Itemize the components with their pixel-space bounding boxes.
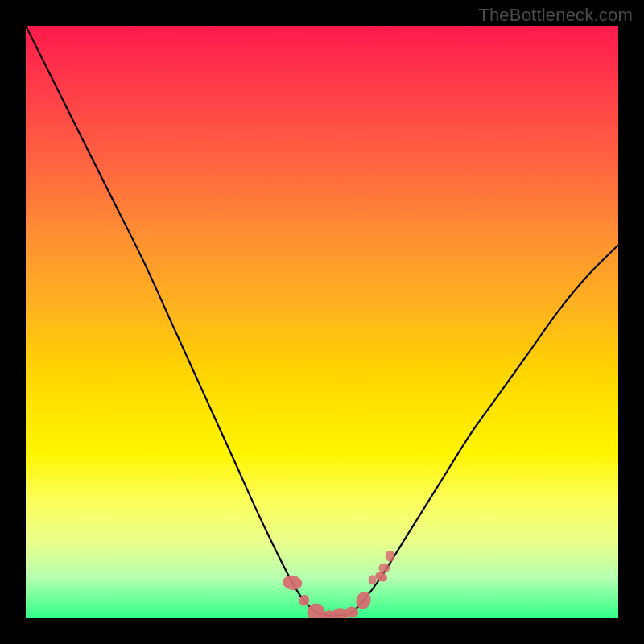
curve-marker — [369, 575, 377, 584]
watermark-text: TheBottleneck.com — [478, 5, 633, 26]
bottleneck-curve — [26, 26, 618, 616]
curve-svg — [26, 26, 618, 618]
chart-frame: TheBottleneck.com — [0, 0, 644, 644]
curve-markers — [282, 551, 395, 618]
plot-area — [26, 26, 618, 618]
curve-marker — [282, 574, 303, 592]
curve-marker — [378, 563, 390, 572]
curve-marker — [386, 551, 395, 562]
